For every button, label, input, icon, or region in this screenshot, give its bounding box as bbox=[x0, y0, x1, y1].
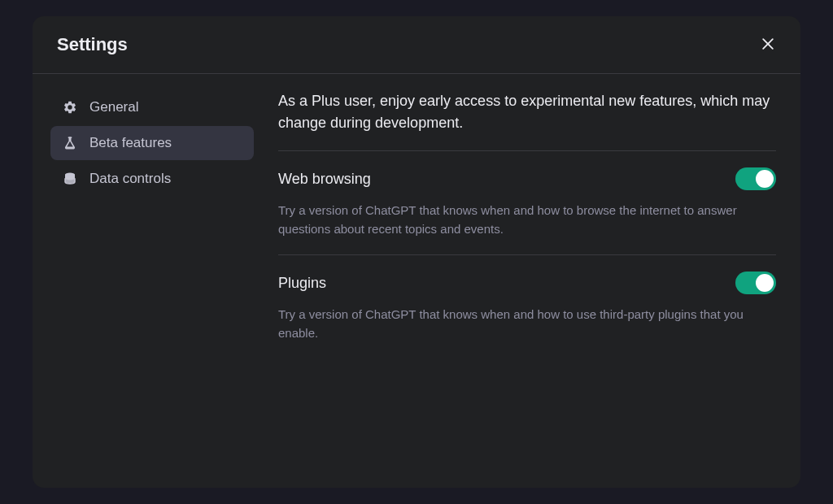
setting-description: Try a version of ChatGPT that knows when… bbox=[278, 202, 776, 238]
settings-sidebar: General Beta features bbox=[50, 90, 254, 463]
toggle-web-browsing[interactable] bbox=[735, 167, 776, 190]
setting-title: Web browsing bbox=[278, 171, 371, 188]
page-title: Settings bbox=[57, 34, 128, 55]
setting-head: Web browsing bbox=[278, 167, 776, 190]
toggle-knob bbox=[756, 274, 774, 292]
gear-icon bbox=[62, 99, 78, 115]
setting-description: Try a version of ChatGPT that knows when… bbox=[278, 306, 776, 342]
setting-head: Plugins bbox=[278, 272, 776, 294]
database-icon bbox=[62, 171, 78, 187]
modal-body: General Beta features bbox=[33, 74, 800, 488]
setting-web-browsing: Web browsing Try a version of ChatGPT th… bbox=[278, 151, 776, 254]
setting-plugins: Plugins Try a version of ChatGPT that kn… bbox=[278, 255, 776, 358]
setting-title: Plugins bbox=[278, 275, 326, 292]
sidebar-item-label: General bbox=[89, 99, 138, 115]
sidebar-item-label: Data controls bbox=[89, 171, 171, 187]
flask-icon bbox=[62, 135, 78, 151]
close-icon bbox=[760, 36, 776, 54]
settings-modal: Settings General bbox=[33, 16, 800, 488]
sidebar-item-data-controls[interactable]: Data controls bbox=[50, 162, 254, 196]
sidebar-item-label: Beta features bbox=[89, 135, 172, 151]
modal-header: Settings bbox=[33, 16, 800, 74]
sidebar-item-beta-features[interactable]: Beta features bbox=[50, 126, 254, 160]
intro-text: As a Plus user, enjoy early access to ex… bbox=[278, 90, 776, 134]
close-button[interactable] bbox=[760, 36, 776, 54]
settings-content: As a Plus user, enjoy early access to ex… bbox=[278, 90, 776, 463]
toggle-knob bbox=[756, 170, 774, 188]
sidebar-item-general[interactable]: General bbox=[50, 90, 254, 124]
toggle-plugins[interactable] bbox=[735, 272, 776, 294]
